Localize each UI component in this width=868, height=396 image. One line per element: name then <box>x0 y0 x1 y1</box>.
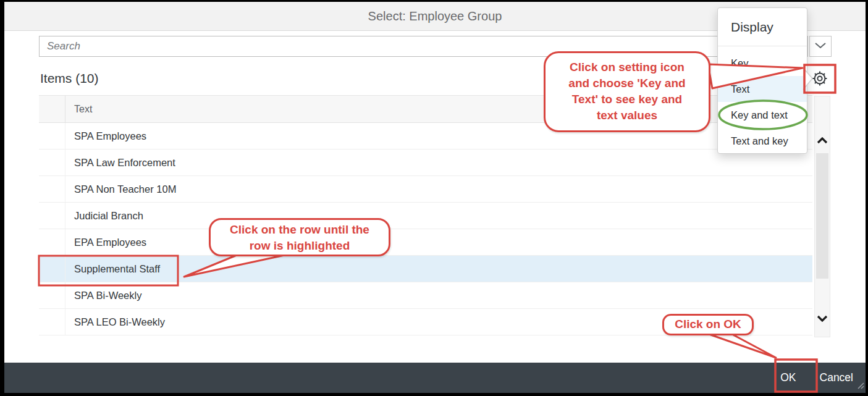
popover-title: Display <box>718 8 807 46</box>
table-row-selected[interactable]: Supplemental Staff <box>39 256 812 282</box>
vertical-scrollbar[interactable] <box>814 96 830 337</box>
scroll-up-button[interactable] <box>815 133 830 148</box>
chevron-down-icon <box>814 41 827 52</box>
row-text: SPA LEO Bi-Weekly <box>65 309 165 335</box>
resize-grip-icon[interactable] <box>856 381 864 392</box>
chevron-down-icon <box>817 313 828 324</box>
row-text: SPA Law Enforcement <box>65 150 175 175</box>
table-row[interactable]: SPA Non Teacher 10M <box>39 176 812 203</box>
table-row[interactable]: EPA Employees <box>39 229 812 256</box>
row-text: Judicial Branch <box>65 203 143 229</box>
scroll-down-button[interactable] <box>815 311 830 326</box>
menu-item-text-and-key[interactable]: Text and key <box>718 128 807 154</box>
selection-column-header <box>39 96 65 122</box>
callout-row: Click on the row until the row is highli… <box>209 218 390 256</box>
callout-ok: Click on OK <box>662 314 754 335</box>
table-row[interactable]: Judicial Branch <box>39 203 812 229</box>
row-text: EPA Employees <box>65 229 146 255</box>
table-row[interactable]: SPA Bi-Weekly <box>39 282 812 309</box>
row-text: Supplemental Staff <box>65 256 160 282</box>
select-employee-group-dialog: Select: Employee Group Items (10) Text S… <box>4 2 866 393</box>
ok-button[interactable]: OK <box>777 369 799 387</box>
menu-item-key[interactable]: Key <box>718 50 807 76</box>
dialog-footer: OK Cancel <box>4 363 866 393</box>
settings-button[interactable] <box>811 70 829 88</box>
chevron-up-icon <box>817 135 828 146</box>
search-dropdown-button[interactable] <box>809 36 832 57</box>
menu-item-key-and-text[interactable]: Key and text <box>718 102 807 128</box>
row-text: SPA Non Teacher 10M <box>65 176 176 202</box>
text-column-header: Text <box>65 96 92 122</box>
items-count-label: Items (10) <box>40 71 99 86</box>
callout-settings: Click on setting icon and choose 'Key an… <box>544 51 710 132</box>
row-text: SPA Bi-Weekly <box>65 282 141 308</box>
cancel-button[interactable]: Cancel <box>816 369 857 387</box>
table-row[interactable]: SPA Law Enforcement <box>39 150 812 176</box>
gear-icon <box>811 70 828 89</box>
display-options-popover: Display Key Text Key and text Text and k… <box>717 7 807 154</box>
scrollbar-thumb[interactable] <box>816 153 828 279</box>
menu-item-text[interactable]: Text <box>718 76 807 102</box>
row-text: SPA Employees <box>65 123 146 149</box>
